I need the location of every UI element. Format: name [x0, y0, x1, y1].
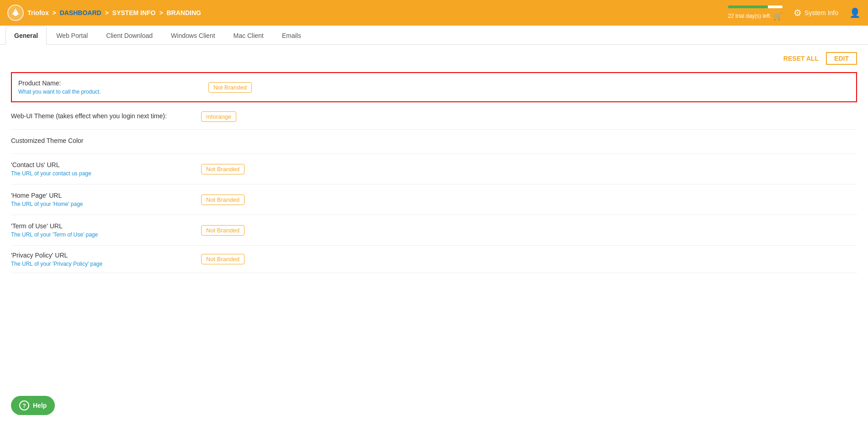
svg-point-1: [13, 11, 18, 16]
system-info-button[interactable]: ⚙ System Info: [793, 7, 838, 18]
contact-us-row: 'Contact Us' URL The URL of your contact…: [11, 154, 857, 184]
cart-icon[interactable]: 🛒: [773, 12, 783, 21]
trial-text: 22 trial day(s) left. 🛒: [728, 12, 782, 21]
privacy-url-row: 'Privacy Policy' URL The URL of your 'Pr…: [11, 246, 857, 273]
homepage-url-badge: Not Branded: [201, 195, 245, 205]
webui-theme-label: Web-UI Theme (takes effect when you logi…: [11, 112, 194, 120]
privacy-url-label-group: 'Privacy Policy' URL The URL of your 'Pr…: [11, 252, 194, 267]
breadcrumb-sep-1: >: [51, 9, 58, 16]
tab-web-portal[interactable]: Web Portal: [48, 26, 96, 45]
terms-url-row: 'Term of Use' URL The URL of your 'Term …: [11, 215, 857, 246]
homepage-url-row: 'Home Page' URL The URL of your 'Home' p…: [11, 184, 857, 215]
header-right: 22 trial day(s) left. 🛒 ⚙ System Info 👤: [728, 5, 861, 21]
user-menu-icon[interactable]: 👤: [849, 7, 861, 18]
privacy-url-label: 'Privacy Policy' URL: [11, 252, 194, 259]
terms-url-label: 'Term of Use' URL: [11, 222, 194, 230]
reset-all-button[interactable]: RESET ALL: [783, 55, 819, 62]
contact-us-label-group: 'Contact Us' URL The URL of your contact…: [11, 161, 194, 177]
breadcrumb: Triofox > DASHBOARD > SYSTEM INFO > BRAN…: [27, 9, 201, 16]
gear-icon: ⚙: [793, 7, 802, 18]
homepage-url-label-group: 'Home Page' URL The URL of your 'Home' p…: [11, 192, 194, 207]
webui-theme-row: Web-UI Theme (takes effect when you logi…: [11, 104, 857, 130]
privacy-url-badge: Not Branded: [201, 254, 245, 264]
trial-info: 22 trial day(s) left. 🛒: [728, 5, 783, 21]
homepage-url-sublabel: The URL of your 'Home' page: [11, 201, 194, 207]
header-left: Triofox > DASHBOARD > SYSTEM INFO > BRAN…: [7, 5, 201, 21]
homepage-url-label: 'Home Page' URL: [11, 192, 194, 199]
theme-color-row: Customized Theme Color: [11, 130, 857, 154]
product-name-label: Product Name:: [18, 79, 201, 87]
tab-emails[interactable]: Emails: [273, 26, 310, 45]
theme-color-label-group: Customized Theme Color: [11, 137, 194, 146]
triofox-logo: [7, 5, 24, 21]
breadcrumb-triofox: Triofox: [27, 9, 49, 16]
theme-color-label: Customized Theme Color: [11, 137, 194, 144]
product-name-label-group: Product Name: What you want to call the …: [18, 79, 201, 95]
system-info-label: System Info: [804, 9, 838, 16]
trial-days-label: 22 trial day(s) left.: [728, 13, 771, 19]
tabs-container: General Web Portal Client Download Windo…: [0, 26, 868, 45]
trial-bar-fill: [728, 5, 768, 8]
breadcrumb-sep-2: >: [103, 9, 111, 16]
contact-us-label: 'Contact Us' URL: [11, 161, 194, 168]
toolbar: RESET ALL EDIT: [11, 52, 857, 65]
header: Triofox > DASHBOARD > SYSTEM INFO > BRAN…: [0, 0, 868, 26]
content-area: RESET ALL EDIT Product Name: What you wa…: [0, 45, 868, 280]
breadcrumb-branding: BRANDING: [166, 9, 201, 16]
webui-theme-badge: mtorange: [201, 111, 236, 122]
breadcrumb-sep-3: >: [158, 9, 165, 16]
product-name-row: Product Name: What you want to call the …: [11, 72, 857, 102]
contact-us-badge: Not Branded: [201, 164, 245, 174]
tab-general[interactable]: General: [5, 26, 47, 45]
edit-button[interactable]: EDIT: [826, 52, 857, 65]
terms-url-label-group: 'Term of Use' URL The URL of your 'Term …: [11, 222, 194, 238]
tab-mac-client[interactable]: Mac Client: [225, 26, 272, 45]
tab-windows-client[interactable]: Windows Client: [162, 26, 224, 45]
product-name-sublabel: What you want to call the product.: [18, 89, 201, 95]
breadcrumb-dashboard[interactable]: DASHBOARD: [60, 9, 101, 16]
trial-progress-bar: [728, 5, 783, 8]
privacy-url-sublabel: The URL of your 'Privacy Policy' page: [11, 261, 194, 267]
terms-url-sublabel: The URL of your 'Term of Use' page: [11, 231, 194, 238]
terms-url-badge: Not Branded: [201, 225, 245, 236]
webui-theme-label-group: Web-UI Theme (takes effect when you logi…: [11, 112, 194, 121]
contact-us-sublabel: The URL of your contact us page: [11, 170, 194, 177]
tab-client-download[interactable]: Client Download: [97, 26, 161, 45]
product-name-badge: Not Branded: [208, 82, 252, 93]
breadcrumb-system-info[interactable]: SYSTEM INFO: [112, 9, 156, 16]
